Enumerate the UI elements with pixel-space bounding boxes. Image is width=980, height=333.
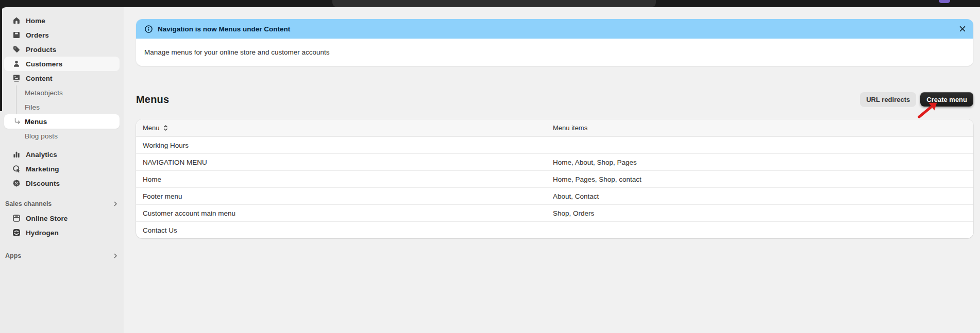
- sidebar-item-label: Discounts: [26, 180, 60, 187]
- sidebar-item-label: Hydrogen: [26, 229, 59, 237]
- section-label: Sales channels: [5, 200, 112, 207]
- sidebar-item-label: Menus: [25, 118, 47, 126]
- sidebar-item-label: Metaobjects: [25, 89, 63, 97]
- menu-items: About, Contact: [553, 192, 599, 200]
- sidebar-item-label: Customers: [26, 60, 62, 68]
- sidebar-item-customers[interactable]: Customers: [4, 57, 120, 71]
- sidebar-item-orders[interactable]: Orders: [4, 28, 120, 42]
- sidebar-item-metaobjects[interactable]: Metaobjects: [4, 85, 120, 100]
- sidebar-section-sales-channels[interactable]: Sales channels: [0, 199, 124, 208]
- table-row[interactable]: NAVIGATION MENU Home, About, Shop, Pages: [136, 153, 973, 170]
- sidebar-item-label: Orders: [26, 31, 49, 39]
- sidebar-item-label: Content: [26, 75, 53, 82]
- products-icon: [12, 45, 21, 54]
- sidebar-item-marketing[interactable]: Marketing: [4, 162, 120, 176]
- content-icon: [12, 74, 21, 82]
- menu-items: Home, Pages, Shop, contact: [553, 176, 641, 183]
- sidebar-item-analytics[interactable]: Analytics: [4, 147, 120, 162]
- menus-table: Menu Menu items Working Hours NAVIGATION…: [136, 119, 973, 238]
- menu-name[interactable]: Home: [143, 176, 161, 183]
- customers-icon: [12, 60, 21, 68]
- url-redirects-button[interactable]: URL redirects: [860, 92, 916, 107]
- main-content: Navigation is now Menus under Content Ma…: [124, 7, 980, 333]
- page-title: Menus: [136, 94, 860, 106]
- menu-name[interactable]: Working Hours: [143, 142, 189, 149]
- sidebar-item-home[interactable]: Home: [4, 13, 120, 28]
- menu-items: Home, About, Shop, Pages: [553, 159, 637, 166]
- sidebar-item-label: Products: [26, 46, 56, 54]
- marketing-icon: [12, 165, 21, 173]
- sidebar-item-files[interactable]: Files: [4, 100, 120, 114]
- table-header-row: Menu Menu items: [136, 119, 973, 136]
- info-banner-header: Navigation is now Menus under Content: [136, 19, 973, 39]
- sidebar-secondary-nav: Analytics Marketing Discounts: [0, 147, 124, 190]
- page-header: Menus URL redirects Create menu: [136, 92, 973, 107]
- column-header-menu-items: Menu items: [553, 124, 587, 132]
- menu-name[interactable]: Contact Us: [143, 226, 177, 234]
- menu-name[interactable]: Footer menu: [143, 192, 182, 200]
- sidebar-sales-channels-nav: Online Store Hydrogen: [0, 211, 124, 240]
- sidebar-item-products[interactable]: Products: [4, 42, 120, 57]
- table-row[interactable]: Footer menu About, Contact: [136, 187, 973, 204]
- banner-description: Manage menus for your online store and c…: [144, 48, 329, 56]
- store-avatar[interactable]: [939, 0, 950, 3]
- section-label: Apps: [5, 252, 112, 259]
- submenu-arrow-icon: [14, 118, 21, 125]
- table-row[interactable]: Working Hours: [136, 136, 973, 153]
- sidebar-item-content[interactable]: Content: [4, 71, 120, 85]
- sidebar-item-discounts[interactable]: Discounts: [4, 176, 120, 190]
- close-icon[interactable]: [958, 24, 967, 33]
- sort-icon[interactable]: [163, 125, 168, 131]
- create-menu-button[interactable]: Create menu: [920, 92, 973, 107]
- hydrogen-icon: [12, 229, 21, 237]
- banner-title: Navigation is now Menus under Content: [158, 25, 290, 33]
- sidebar-item-label: Analytics: [26, 151, 57, 159]
- top-bar: [0, 0, 980, 7]
- sidebar-item-hydrogen[interactable]: Hydrogen: [4, 225, 120, 240]
- search-bar-remnant[interactable]: [332, 0, 656, 7]
- chevron-right-icon: [112, 253, 119, 259]
- column-header-menu[interactable]: Menu: [143, 124, 160, 132]
- sidebar-item-label: Marketing: [26, 165, 59, 173]
- sidebar-item-label: Files: [25, 103, 40, 111]
- frame-left-edge: [0, 7, 2, 111]
- table-row[interactable]: Home Home, Pages, Shop, contact: [136, 170, 973, 187]
- sidebar-item-label: Online Store: [26, 215, 67, 222]
- table-row[interactable]: Customer account main menu Shop, Orders: [136, 204, 973, 221]
- chevron-right-icon: [112, 201, 119, 207]
- discounts-icon: [12, 179, 21, 187]
- menu-name[interactable]: NAVIGATION MENU: [143, 159, 207, 166]
- home-icon: [12, 16, 21, 25]
- sidebar-item-blog-posts[interactable]: Blog posts: [4, 129, 120, 143]
- sidebar-section-apps[interactable]: Apps: [0, 251, 124, 260]
- banner-body: Manage menus for your online store and c…: [136, 39, 973, 66]
- storefront-icon: [12, 214, 21, 222]
- info-banner: Navigation is now Menus under Content Ma…: [136, 19, 973, 66]
- sidebar-item-label: Home: [26, 17, 45, 25]
- analytics-icon: [12, 150, 21, 159]
- menu-items: Shop, Orders: [553, 209, 594, 217]
- table-row[interactable]: Contact Us: [136, 221, 973, 238]
- sidebar-item-menus[interactable]: Menus: [4, 114, 120, 129]
- menu-name[interactable]: Customer account main menu: [143, 209, 235, 217]
- sidebar-item-online-store[interactable]: Online Store: [4, 211, 120, 225]
- orders-icon: [12, 31, 21, 39]
- sidebar-main-nav: Home Orders Products Customers Content M…: [0, 13, 124, 143]
- sidebar-item-label: Blog posts: [25, 132, 58, 140]
- sidebar: Home Orders Products Customers Content M…: [0, 7, 124, 333]
- info-icon: [144, 25, 153, 33]
